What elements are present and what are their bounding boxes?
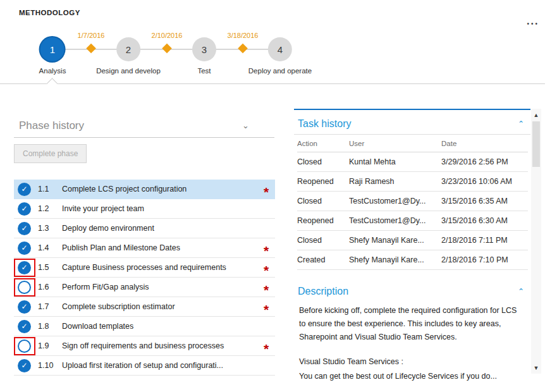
task-row[interactable]: ✓ 1.6 Perform Fit/Gap analysis * [14,278,275,297]
task-row[interactable]: ✓ 1.5 Capture Business processes and req… [14,258,275,278]
history-date: 2/18/2016 7:11 PM [441,236,528,245]
task-title: Complete LCS project configuration [62,185,257,193]
check-icon: ✓ [21,263,27,272]
phase-circle[interactable]: 2 [116,37,140,61]
description-body: Before kicking off, complete the require… [299,304,522,343]
phase-circle[interactable]: 1 [40,37,64,61]
chevron-down-icon: ⌄ [242,121,274,130]
milestone-diamond-icon [86,44,96,54]
task-title: Capture Business processes and requireme… [62,263,257,272]
task-number: 1.9 [38,341,62,350]
task-check-circle: ✓ [18,340,31,353]
task-row[interactable]: ✓ 1.3 Deploy demo environment * [14,219,275,238]
task-number: 1.7 [38,302,62,311]
scrollbar-thumb[interactable] [532,121,540,167]
history-user: Shefy Manayil Kare... [349,236,441,245]
description-title: Description [298,286,348,297]
task-check-circle: ✓ [18,359,31,372]
task-history-rows: Closed Kuntal Mehta 3/29/2016 2:56 PM Re… [297,152,528,270]
required-asterisk-icon: * [257,185,275,200]
required-asterisk-icon: * [257,243,275,259]
history-action: Reopened [297,216,349,225]
task-list: ✓ 1.1 Complete LCS project configuration… [14,180,275,376]
more-options-icon[interactable]: ••• [527,20,539,27]
scroll-up-icon[interactable]: ▲ [531,109,541,120]
task-checkbox[interactable]: ✓ [18,242,31,255]
milestone-diamond-icon [162,44,172,54]
history-action: Reopened [297,177,349,186]
task-history-row: Created Shefy Manayil Kare... 2/18/2016 … [297,250,528,270]
task-checkbox[interactable]: ✓ [18,281,31,294]
phase-step: 3 Test [192,37,216,75]
task-checkbox[interactable]: ✓ [18,202,31,216]
task-detail-panel: Task history ⌃ Action User Date Closed K… [294,109,530,381]
check-icon: ✓ [21,302,27,311]
page-title: METHODOLOGY [19,9,80,16]
required-asterisk-icon: * [257,263,275,278]
check-icon: ✓ [21,204,27,213]
task-row[interactable]: ✓ 1.4 Publish Plan and Milestone Dates * [14,238,275,258]
history-date: 3/15/2016 6:30 AM [441,216,528,225]
task-checkbox[interactable]: ✓ [18,300,31,314]
history-action: Closed [297,197,349,205]
phase-history-dropdown[interactable]: Phase history ⌄ [14,114,274,138]
task-history-column-headers: Action User Date [297,135,528,152]
scroll-down-icon[interactable]: ▼ [531,362,541,373]
task-history-row: Reopened Raji Ramesh 3/23/2016 10:06 AM [297,172,528,192]
task-row[interactable]: ✓ 1.9 Sign off requirements and business… [14,336,275,356]
phase-step: 4 Deploy and operate [248,37,312,75]
history-date: 3/15/2016 6:35 AM [441,197,528,205]
task-check-circle: ✓ [18,222,31,235]
description-header: Description ⌃ [294,280,530,299]
collapse-icon[interactable]: ⌃ [518,287,524,296]
task-row[interactable]: ✓ 1.7 Complete subscription estimator * [14,297,275,317]
task-number: 1.2 [38,204,62,213]
required-asterisk-icon: * [257,302,275,317]
task-title: Sign off requirements and business proce… [62,341,257,350]
task-number: 1.5 [38,263,62,272]
history-action: Created [297,255,349,264]
phase-label: Test [197,67,211,75]
collapse-icon[interactable]: ⌃ [518,119,524,128]
task-check-circle: ✓ [18,300,31,314]
task-check-circle: ✓ [18,261,31,274]
task-title: Upload first iteration of setup and conf… [62,361,257,370]
task-number: 1.3 [38,224,62,233]
phase-history-label: Phase history [14,119,84,132]
complete-phase-button[interactable]: Complete phase [14,144,87,163]
task-number: 1.10 [38,361,62,370]
phase-circle[interactable]: 3 [192,37,216,61]
history-user: TestCustomer1@Dy... [349,197,441,205]
phase-step: 2 Design and develop [96,37,161,75]
task-checkbox[interactable]: ✓ [18,183,31,196]
methodology-timeline: 1/7/2016 2/10/2016 3/18/2016 1 Analysis … [0,29,354,83]
task-history-row: Closed Shefy Manayil Kare... 2/18/2016 7… [297,231,528,250]
task-checkbox[interactable]: ✓ [18,261,31,274]
check-icon: ✓ [21,224,27,233]
task-row[interactable]: ✓ 1.8 Download templates * [14,317,275,336]
task-number: 1.8 [38,322,62,331]
task-checkbox[interactable]: ✓ [18,340,31,353]
phase-label: Design and develop [96,67,161,75]
task-checkbox[interactable]: ✓ [18,359,31,372]
history-date: 3/29/2016 2:56 PM [441,157,528,166]
history-user: TestCustomer1@Dy... [349,216,441,225]
task-history-title: Task history [298,118,351,130]
task-number: 1.1 [38,185,62,193]
task-row[interactable]: ✓ 1.2 Invite your project team * [14,199,275,219]
task-history-row: Reopened TestCustomer1@Dy... 3/15/2016 6… [297,211,528,231]
task-title: Invite your project team [62,204,257,213]
task-checkbox[interactable]: ✓ [18,320,31,333]
required-asterisk-icon: * [257,283,275,298]
task-row[interactable]: ✓ 1.10 Upload first iteration of setup a… [14,356,275,376]
task-checkbox[interactable]: ✓ [18,222,31,235]
task-history-header: Task history ⌃ [294,110,530,135]
task-row[interactable]: ✓ 1.1 Complete LCS project configuration… [14,180,275,199]
task-title: Download templates [62,322,257,331]
task-history-row: Closed TestCustomer1@Dy... 3/15/2016 6:3… [297,192,528,211]
scrollbar[interactable]: ▲ ▼ [531,109,541,374]
task-check-circle: ✓ [18,320,31,333]
description-subheading: Visual Studio Team Services : [299,357,522,366]
column-action: Action [297,140,349,147]
phase-circle[interactable]: 4 [268,37,292,61]
